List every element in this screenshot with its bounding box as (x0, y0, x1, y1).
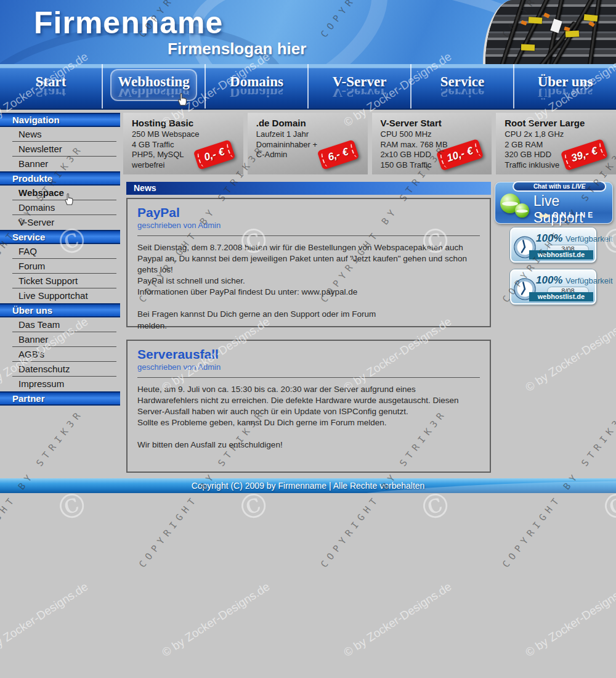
post-title-link[interactable]: PayPal (137, 205, 480, 220)
post-body: Seit Dienstag, dem 8.7.2008 bieten wir f… (137, 242, 480, 332)
sidebar-item-live-supportchat[interactable]: Live Supportchat (0, 288, 120, 303)
watermark-brand: © by Zocker-Designs.de (523, 315, 616, 395)
nav-reflection: Service (411, 89, 513, 100)
product-vserver-start[interactable]: V-Server Start CPU 500 MHz RAM max. 768 … (372, 113, 492, 174)
divider (137, 377, 480, 378)
nav-item-service[interactable]: Service Service (410, 64, 513, 108)
post-byline: geschrieben von Admin (137, 221, 480, 230)
product-root-server-large[interactable]: Root Server Large CPU 2x 1,8 GHz 2 GB RA… (496, 113, 616, 174)
sidebar-item-das-team[interactable]: Das Team (0, 317, 120, 332)
sidebar-header-partner: Partner (0, 391, 120, 406)
watermark-brand: © by Zocker-Designs.de (0, 580, 91, 660)
server-rack-photo (483, 0, 616, 64)
sidebar: Navigation News Newsletter Banner Produk… (0, 113, 120, 406)
sidebar-item-faq[interactable]: FAQ (0, 244, 120, 259)
news-post-paypal: PayPal geschrieben von Admin Seit Dienst… (126, 198, 491, 327)
sidebar-header-navigation: Navigation (0, 113, 120, 127)
nav-reflection: Domains (206, 89, 307, 100)
live-support-banner[interactable]: Chat with us LIVE Live Support ▶▶ONLINE (495, 182, 613, 224)
availability-badge-2[interactable]: 100% Verfügbarkeit 8/08 webhostlist.de (510, 269, 596, 304)
nav-item-start[interactable]: Start Start (0, 64, 102, 108)
sidebar-item-datenschutz[interactable]: Datenschutz (0, 362, 120, 377)
badge-site-name: webhostlist.de (529, 250, 593, 259)
post-body: Heute, am 9. Juli von ca. 15:30 bis ca. … (137, 384, 480, 451)
server-label (584, 14, 598, 22)
site-title: Firmenname (34, 5, 223, 41)
divider (137, 235, 480, 236)
availability-percent: 100% (536, 274, 562, 286)
sidebar-header-produkte: Produkte (0, 171, 120, 186)
product-hosting-basic[interactable]: Hosting Basic 250 MB Webspace 4 GB Traff… (123, 113, 243, 174)
nav-item-webhosting[interactable]: Webhosting Webhosting (102, 64, 205, 108)
sidebar-item-webspace[interactable]: Webspace (0, 186, 120, 200)
online-status: ▶▶ONLINE (540, 211, 595, 219)
post-byline: geschrieben von Admin (137, 362, 480, 372)
double-arrow-icon: ▶▶ (540, 211, 550, 219)
sidebar-item-newsletter[interactable]: Newsletter (0, 142, 120, 157)
support-sphere-icon (515, 203, 529, 218)
news-section-header: News (126, 182, 491, 195)
nav-reflection: Über uns (514, 89, 616, 100)
availability-label: Verfügbarkeit (565, 234, 613, 243)
sidebar-header-service: Service (0, 230, 120, 244)
watermark-brand: © by Zocker-Designs.de (341, 580, 454, 660)
sidebar-item-ticket-support[interactable]: Ticket Support (0, 274, 120, 288)
product-boxes-row: Hosting Basic 250 MB Webspace 4 GB Traff… (123, 113, 616, 174)
sidebar-item-domains[interactable]: Domains (0, 200, 120, 215)
sidebar-item-banner2[interactable]: Banner (0, 332, 120, 347)
watermark-brand: © by Zocker-Designs.de (160, 580, 272, 660)
sidebar-header-ueber-uns: Über uns (0, 303, 120, 317)
nav-item-domains[interactable]: Domains Domains (205, 64, 307, 108)
availability-badge-1[interactable]: 100% Verfügbarkeit 3/08 webhostlist.de (510, 227, 596, 263)
product-de-domain[interactable]: .de Domain Laufzeit 1 Jahr Domaininhaber… (248, 113, 368, 174)
main-navbar: Start Start Webhosting Webhosting Domain… (0, 64, 616, 110)
nav-item-ueber-uns[interactable]: Über uns Über uns (513, 64, 616, 108)
watermark-brand: © by Zocker-Designs.de (523, 580, 616, 660)
header-banner: Firmenname Firmenslogan hier (0, 0, 616, 64)
sidebar-item-agbs[interactable]: AGB's (0, 347, 120, 362)
nav-reflection: Webhosting (103, 89, 205, 100)
news-post-serverausfall: Serverausfall geschrieben von Admin Heut… (126, 340, 491, 473)
sidebar-item-banner[interactable]: Banner (0, 157, 120, 171)
copyright-text: Copyright (C) 2009 by Firmenname | Alle … (192, 481, 425, 491)
availability-percent: 100% (536, 232, 562, 244)
sidebar-item-forum[interactable]: Forum (0, 259, 120, 274)
sidebar-item-vserver[interactable]: V-Server (0, 215, 120, 230)
sidebar-item-impressum[interactable]: Impressum (0, 377, 120, 391)
page: Firmenname Firmenslogan hier Start Start (0, 0, 616, 678)
site-slogan: Firmenslogan hier (168, 39, 306, 59)
sidebar-item-news[interactable]: News (0, 127, 120, 142)
server-label (529, 17, 543, 24)
footer-bar: Copyright (C) 2009 by Firmenname | Alle … (0, 478, 616, 493)
nav-item-vserver[interactable]: V-Server V-Server (307, 64, 410, 108)
live-support-title: Live Support (533, 193, 612, 226)
availability-label: Verfügbarkeit (565, 276, 613, 285)
nav-reflection: Start (0, 89, 102, 100)
chat-with-us-pill: Chat with us LIVE (513, 181, 606, 192)
server-label (565, 30, 579, 37)
nav-reflection: V-Server (309, 89, 410, 100)
post-title-link[interactable]: Serverausfall (137, 347, 480, 362)
badge-site-name: webhostlist.de (529, 292, 593, 301)
server-label (521, 44, 535, 51)
